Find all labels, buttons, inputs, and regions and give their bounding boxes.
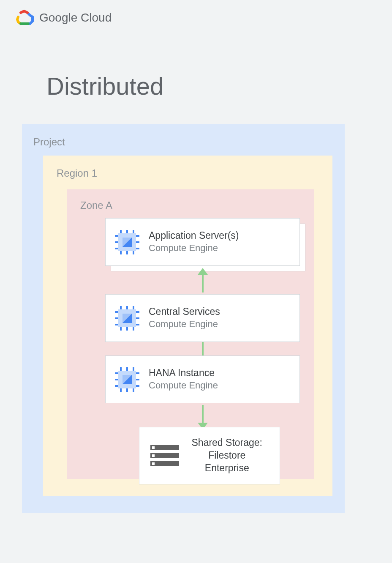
svg-rect-2 [115,248,118,249]
compute-engine-icon [115,230,139,254]
google-cloud-logo: Google Cloud [15,9,112,26]
compute-engine-icon [115,306,139,331]
arrow-up [202,272,204,292]
central-services-card: Central Services Compute Engine [105,294,300,342]
svg-rect-36 [126,388,128,392]
hana-title: HANA Instance [149,367,218,380]
svg-rect-0 [115,235,118,237]
svg-rect-4 [136,241,139,243]
svg-rect-32 [120,367,122,371]
svg-rect-23 [126,327,128,331]
svg-rect-8 [133,230,134,233]
logo-brand-bold: Google [39,11,77,24]
svg-rect-17 [136,317,139,319]
app-server-card: Application Server(s) Compute Engine [105,218,300,266]
svg-rect-18 [136,324,139,325]
svg-rect-35 [120,388,122,392]
svg-rect-26 [115,372,118,374]
storage-icon [150,445,179,466]
svg-rect-22 [120,327,122,331]
logo-text: Google Cloud [39,11,112,25]
hana-card: HANA Instance Compute Engine [105,355,300,403]
arrow-down [202,405,204,425]
svg-rect-33 [126,367,128,371]
storage-card: Shared Storage: Filestore Enterprise [139,427,280,484]
svg-rect-24 [133,327,134,331]
compute-engine-icon [115,367,139,392]
svg-rect-1 [115,241,118,243]
svg-rect-40 [152,446,155,449]
svg-rect-27 [115,379,118,380]
svg-rect-10 [126,251,128,254]
diagram-title: Distributed [46,72,163,100]
svg-rect-31 [136,385,139,387]
svg-rect-28 [115,385,118,387]
svg-rect-43 [150,461,179,466]
app-server-text: Application Server(s) Compute Engine [149,230,239,254]
svg-rect-20 [126,306,128,309]
zone-label: Zone A [80,200,314,211]
resource-stack: Application Server(s) Compute Engine [79,218,314,484]
svg-rect-19 [120,306,122,309]
svg-rect-34 [133,367,134,371]
logo-brand-light: Cloud [81,11,112,24]
storage-text: Shared Storage: Filestore Enterprise [192,437,263,475]
storage-line2: Filestore [192,449,263,462]
connector-line [202,342,204,355]
svg-rect-7 [126,230,128,233]
svg-rect-3 [136,235,139,237]
svg-rect-44 [152,462,155,465]
svg-rect-42 [152,454,155,457]
region-label: Region 1 [57,167,332,179]
svg-rect-30 [136,379,139,380]
region-container: Region 1 Zone A [43,156,332,496]
svg-rect-41 [150,453,179,458]
svg-rect-13 [115,311,118,313]
project-container: Project Region 1 Zone A [22,124,345,513]
central-services-text: Central Services Compute Engine [149,306,220,330]
cloud-icon [15,9,35,26]
svg-rect-11 [133,251,134,254]
central-services-subtitle: Compute Engine [149,318,220,331]
zone-container: Zone A [67,189,314,479]
hana-text: HANA Instance Compute Engine [149,367,218,391]
svg-rect-5 [136,248,139,249]
svg-rect-39 [150,445,179,450]
svg-rect-37 [133,388,134,392]
svg-rect-29 [136,372,139,374]
svg-rect-6 [120,230,122,233]
project-label: Project [33,136,334,148]
svg-rect-15 [115,324,118,325]
hana-subtitle: Compute Engine [149,380,218,392]
app-server-subtitle: Compute Engine [149,242,239,254]
central-services-title: Central Services [149,306,220,318]
svg-rect-21 [133,306,134,309]
storage-line3: Enterprise [192,462,263,475]
app-server-stack: Application Server(s) Compute Engine [105,218,300,271]
app-server-title: Application Server(s) [149,230,239,242]
svg-rect-9 [120,251,122,254]
storage-line1: Shared Storage: [192,437,263,449]
svg-rect-14 [115,317,118,319]
svg-rect-16 [136,311,139,313]
